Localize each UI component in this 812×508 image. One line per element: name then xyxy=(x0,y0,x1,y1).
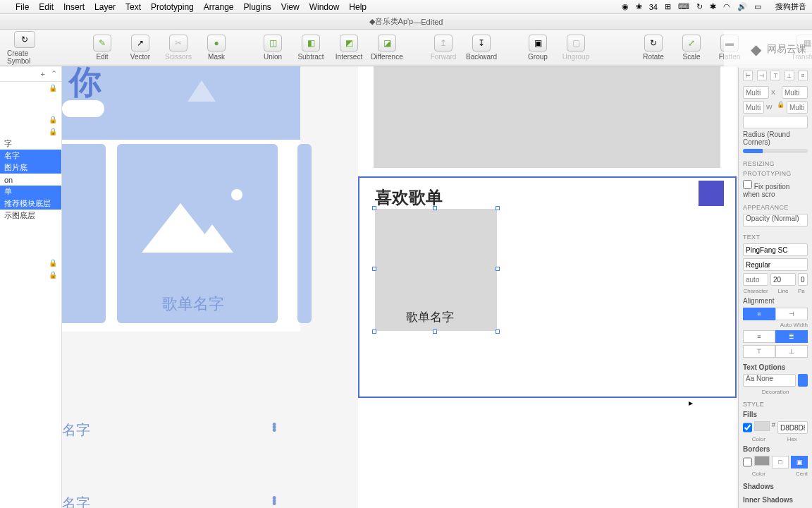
h-input[interactable] xyxy=(787,101,808,114)
menu-window[interactable]: Window xyxy=(309,2,340,12)
menu-layer[interactable]: Layer xyxy=(94,2,116,12)
align-icon[interactable]: ⊤ xyxy=(770,71,780,80)
align-left-button[interactable]: ≡ xyxy=(743,308,775,320)
menu-arrange[interactable]: Arrange xyxy=(204,2,234,12)
layer-row[interactable]: on xyxy=(0,174,61,186)
border-pos-button[interactable]: ▣ xyxy=(791,456,808,468)
resizing-label: RESIZING xyxy=(743,160,808,167)
layer-row[interactable]: 字 xyxy=(0,138,61,150)
more-dots-icon[interactable]: ••• xyxy=(272,497,276,505)
decoration-label: Decoration xyxy=(743,389,808,395)
layer-row[interactable]: 单 xyxy=(0,186,61,198)
scissors-label: Scissors xyxy=(165,53,192,61)
char-input[interactable] xyxy=(743,273,768,286)
difference-button[interactable]: ◪ xyxy=(378,35,396,52)
font-select[interactable] xyxy=(743,243,808,256)
menu-plugins[interactable]: Plugins xyxy=(244,2,271,12)
align-icon[interactable]: ≡ xyxy=(798,71,808,80)
x-input[interactable] xyxy=(743,86,769,99)
align-left-icon[interactable]: ⊢ xyxy=(743,71,753,80)
doc-title: 音乐类Ap'p xyxy=(375,16,414,27)
scissors-button[interactable]: ✂ xyxy=(169,35,187,52)
collapse-icon[interactable]: ⌃ xyxy=(51,69,57,78)
layer-row[interactable]: 🔒 xyxy=(0,269,61,281)
size-input[interactable] xyxy=(770,273,796,286)
align-center-icon[interactable]: ⊣ xyxy=(757,71,767,80)
wifi-icon: ◠ xyxy=(723,2,730,11)
main-artboard[interactable]: 喜欢歌单 歌单名字 xyxy=(358,66,737,508)
layers-panel: + ⌃ 🔒 🔒 🔒 字 名字 图片底 on 单 推荐模块底层 示图底层 🔒 🔒 xyxy=(0,66,62,508)
subtract-button[interactable]: ◧ xyxy=(302,35,320,52)
small-label: 名字 xyxy=(62,421,90,440)
layer-row[interactable]: 🔒 xyxy=(0,114,61,126)
w-input[interactable] xyxy=(743,101,764,114)
align-c-button[interactable]: ≣ xyxy=(775,330,808,343)
mask-label: Mask xyxy=(208,53,225,61)
more-block-icon[interactable] xyxy=(699,181,724,206)
ime-text[interactable]: 搜狗拼音 xyxy=(775,1,806,12)
canvas[interactable]: 你 歌单名字 名字 ••• 名字 ••• 喜欢歌单 xyxy=(62,66,738,508)
auto-width-label: Auto Width xyxy=(743,322,808,328)
fix-scroll-checkbox[interactable] xyxy=(743,180,752,189)
menu-prototyping[interactable]: Prototyping xyxy=(151,2,194,12)
align-l-button[interactable]: ≡ xyxy=(743,330,775,343)
union-button[interactable]: ◫ xyxy=(264,35,282,52)
mask-button[interactable]: ● xyxy=(207,35,226,52)
group-label: Group xyxy=(528,53,548,61)
line-input[interactable] xyxy=(798,273,808,286)
y-input[interactable] xyxy=(782,86,808,99)
layer-row[interactable]: 名字 xyxy=(0,150,61,162)
brand-text: 网易云课 xyxy=(767,43,806,56)
fill-checkbox[interactable] xyxy=(743,421,752,434)
lock-ratio-icon[interactable]: 🔒 xyxy=(777,101,785,114)
layer-row[interactable]: 🔒 xyxy=(0,126,61,138)
align-icon[interactable]: ⊥ xyxy=(785,71,794,80)
ungroup-button[interactable]: ▢ xyxy=(567,35,585,52)
layer-row[interactable]: 图片底 xyxy=(0,162,61,174)
forward-label: Forward xyxy=(431,53,457,61)
scale-button[interactable]: ⤢ xyxy=(682,35,701,52)
more-dots-icon[interactable]: ••• xyxy=(272,423,276,432)
layer-row[interactable]: 示图底层 xyxy=(0,210,61,222)
placeholder-rect[interactable] xyxy=(374,66,720,168)
menu-help[interactable]: Help xyxy=(349,2,367,12)
battery-icon: ▭ xyxy=(754,2,761,11)
edit-button[interactable]: ✎ xyxy=(93,35,111,52)
selected-group[interactable]: 喜欢歌单 歌单名字 xyxy=(358,176,737,398)
layer-row[interactable]: 🔒 xyxy=(0,257,61,269)
create-symbol-button[interactable]: ↻ xyxy=(14,31,35,48)
backward-button[interactable]: ↧ xyxy=(472,35,491,52)
forward-button[interactable]: ↥ xyxy=(434,35,453,52)
layer-row[interactable]: 🔒 xyxy=(0,82,61,94)
subtract-label: Subtract xyxy=(297,53,324,61)
valign-button[interactable]: ⊤ xyxy=(743,345,775,358)
valign-button[interactable]: ⊥ xyxy=(775,345,808,358)
border-checkbox[interactable] xyxy=(743,456,752,468)
add-layer-icon[interactable]: + xyxy=(41,70,45,78)
intersect-label: Intersect xyxy=(336,53,362,61)
rotate-label: Rotate xyxy=(643,53,663,61)
fill-hex-input[interactable] xyxy=(777,421,808,434)
vector-button[interactable]: ↗ xyxy=(131,35,149,52)
weight-select[interactable] xyxy=(743,258,808,271)
ungroup-label: Ungroup xyxy=(562,53,589,61)
menu-text[interactable]: Text xyxy=(125,2,141,12)
wechat-icon[interactable]: ❀ xyxy=(636,2,642,11)
menu-insert[interactable]: Insert xyxy=(63,2,85,12)
intersect-button[interactable]: ◩ xyxy=(340,35,358,52)
menu-edit[interactable]: Edit xyxy=(39,2,54,12)
border-pos-button[interactable]: □ xyxy=(772,456,789,468)
border-swatch[interactable] xyxy=(754,456,770,466)
layer-row[interactable]: 推荐模块底层 xyxy=(0,198,61,210)
style-label: STYLE xyxy=(743,401,808,408)
menu-view[interactable]: View xyxy=(281,2,300,12)
artboard-preview[interactable]: 你 歌单名字 xyxy=(62,66,300,332)
opacity-select[interactable]: Opacity (Normal) xyxy=(743,214,808,226)
transform-select[interactable]: Aa None xyxy=(743,374,796,387)
rotate-button[interactable]: ↻ xyxy=(644,35,663,52)
align-right-button[interactable]: ⊣ xyxy=(775,308,808,320)
fill-swatch[interactable] xyxy=(754,421,770,431)
radius-slider[interactable] xyxy=(743,149,808,153)
menu-file[interactable]: File xyxy=(16,2,29,12)
group-button[interactable]: ▣ xyxy=(529,35,547,52)
